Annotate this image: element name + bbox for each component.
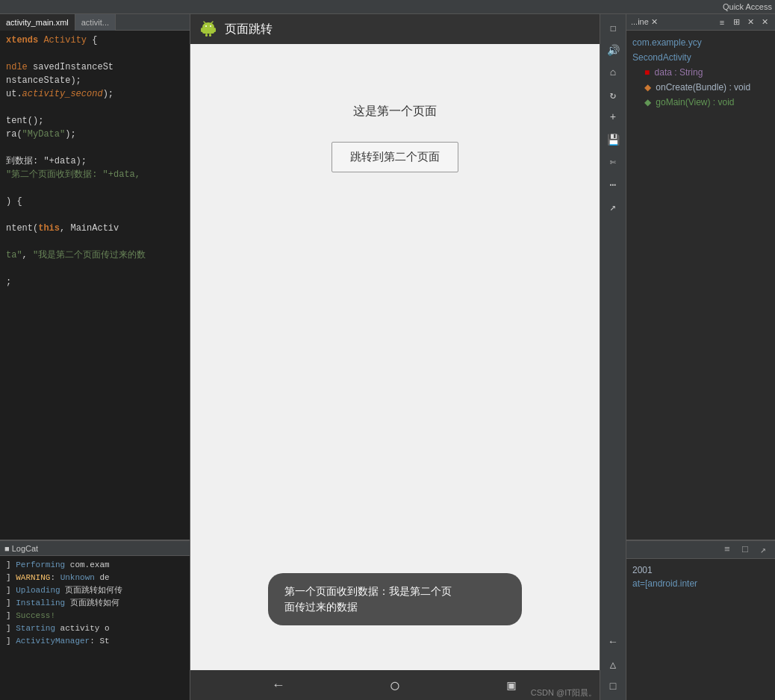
outline-package: com.example.ycy	[632, 35, 769, 50]
android-content: 这是第一个页面 跳转到第二个页面 第一个页面收到数据：我是第二个页面传过来的数据	[190, 44, 600, 670]
sidebar-btn-3[interactable]: ⌂	[603, 62, 623, 83]
svg-point-1	[205, 25, 207, 27]
bottom-right-toolbar: ≡ □ ↗	[626, 541, 775, 559]
br-btn-2[interactable]: □	[738, 543, 753, 557]
tab-bar: activity_main.xml activit...	[0, 14, 190, 31]
code-editor: xtends Activity { ndle savedInstanceSt n…	[0, 31, 190, 540]
code-line	[6, 235, 184, 249]
code-line: tent();	[6, 114, 184, 128]
code-line: ;	[6, 275, 184, 289]
toast-message: 第一个页面收到数据：我是第二个页面传过来的数据	[268, 573, 522, 625]
android-logo-icon	[199, 20, 217, 38]
sidebar-btn-add[interactable]: +	[603, 107, 623, 128]
outline-filter-btn[interactable]: ✕	[759, 16, 771, 28]
svg-line-4	[211, 22, 213, 23]
android-main-text: 这是第一个页面	[353, 104, 437, 119]
bottom-right-content: 2001 at=[android.inter	[626, 559, 775, 700]
outline-panel: ...ine ✕ ≡ ⊞ ✕ ✕ com.example.ycy SecondA…	[626, 14, 775, 700]
svg-rect-5	[202, 28, 214, 34]
code-line	[6, 262, 184, 275]
recent-nav-button[interactable]: ▣	[500, 674, 523, 696]
code-line: ) {	[6, 195, 184, 208]
svg-rect-7	[214, 28, 216, 32]
outline-toolbar: ≡ ⊞ ✕ ✕	[716, 16, 771, 28]
logcat-content: ] Performing com.exam ] WARNING: Unknown…	[0, 556, 190, 700]
sidebar-btn-speaker[interactable]: 🔊	[603, 40, 623, 60]
code-line	[6, 181, 184, 195]
br-btn-1[interactable]: ≡	[720, 543, 735, 557]
orange-diamond-icon: ◆	[644, 82, 651, 93]
outline-expand-btn[interactable]: ⊞	[730, 16, 742, 28]
svg-rect-6	[201, 28, 203, 32]
outline-field-data: ■ data : String	[632, 65, 769, 80]
code-line: ndle savedInstanceSt	[6, 60, 184, 74]
watermark: CSDN @IT阳晨。	[528, 686, 600, 700]
tab-activity-main[interactable]: activity_main.xml	[0, 14, 75, 31]
outline-method-oncreate: ◆ onCreate(Bundle) : void	[632, 80, 769, 95]
android-titlebar: 页面跳转	[190, 14, 600, 44]
outline-collapse-btn[interactable]: ≡	[716, 16, 728, 28]
android-page-title: 页面跳转	[225, 22, 273, 37]
log-line: ] Performing com.exam	[6, 559, 184, 572]
sidebar-btn-scissors[interactable]: ✄	[603, 151, 623, 172]
sidebar-btn-rotate[interactable]: ↻	[603, 84, 623, 105]
code-line	[6, 208, 184, 222]
jump-to-second-page-button[interactable]: 跳转到第二个页面	[332, 142, 458, 172]
code-line: ta", "我是第二个页面传过来的数	[6, 249, 184, 262]
log-line: ] WARNING: Unknown de	[6, 572, 184, 584]
code-line: ut.activity_second);	[6, 87, 184, 101]
sidebar-btn-recent[interactable]: □	[603, 676, 623, 697]
svg-rect-9	[209, 34, 211, 37]
outline-class: SecondActivity	[632, 50, 769, 65]
red-dot-icon: ■	[644, 67, 650, 78]
sidebar-btn-dots[interactable]: ⋯	[603, 174, 623, 195]
home-nav-button[interactable]: ◯	[384, 674, 406, 696]
outline-method-gomain: ◆ goMain(View) : void	[632, 95, 769, 110]
sidebar-btn-1[interactable]: ☐	[603, 17, 623, 38]
quick-access-label: Quick Access	[723, 2, 772, 11]
log-line: ] Installing 页面跳转如何	[6, 597, 184, 610]
code-line: ra("MyData");	[6, 128, 184, 141]
logcat-title: ■ LogCat	[4, 544, 38, 553]
code-line: ntent(this, MainActiv	[6, 222, 184, 235]
sidebar-btn-external[interactable]: ↗	[603, 196, 623, 217]
tab-activity-second[interactable]: activit...	[75, 14, 116, 31]
sidebar-btn-back[interactable]: ←	[603, 631, 623, 652]
log-line: ] ActivityManager: St	[6, 635, 184, 648]
bottom-right-panel: ≡ □ ↗ 2001 at=[android.inter	[626, 540, 775, 700]
br-line-1: 2001	[632, 563, 769, 577]
outline-sort-btn[interactable]: ✕	[744, 16, 756, 28]
back-nav-button[interactable]: ←	[267, 674, 290, 696]
toast-text: 第一个页面收到数据：我是第二个页面传过来的数据	[284, 585, 452, 613]
code-line: nstanceState);	[6, 74, 184, 87]
svg-line-3	[204, 22, 205, 23]
logcat-header: ■ LogCat	[0, 541, 190, 556]
br-btn-3[interactable]: ↗	[756, 543, 771, 557]
code-line: "第二个页面收到数据: "+data,	[6, 168, 184, 181]
outline-header: ...ine ✕ ≡ ⊞ ✕ ✕	[626, 14, 775, 31]
svg-rect-8	[205, 34, 208, 37]
logcat-panel: ■ LogCat ] Performing com.exam ] WARNING…	[0, 540, 190, 700]
log-line: ] Starting activity o	[6, 622, 184, 635]
code-panel: activity_main.xml activit... xtends Acti…	[0, 14, 190, 700]
sidebar-btn-save[interactable]: 💾	[603, 129, 623, 150]
outline-content: com.example.ycy SecondActivity ■ data : …	[626, 31, 775, 540]
log-line: ] Success!	[6, 610, 184, 622]
code-line	[6, 47, 184, 60]
br-line-2: at=[android.inter	[632, 577, 769, 590]
outline-title: ...ine ✕	[631, 17, 658, 27]
emulator-panel: 页面跳转 这是第一个页面 跳转到第二个页面 第一个页面收到数据：我是第二个页面传…	[190, 14, 600, 700]
main-layout: activity_main.xml activit... xtends Acti…	[0, 14, 775, 700]
code-line	[6, 141, 184, 154]
code-line	[6, 101, 184, 114]
top-bar: Quick Access	[0, 0, 775, 14]
right-sidebar: ☐ 🔊 ⌂ ↻ + 💾 ✄ ⋯ ↗ ← △ □	[600, 14, 626, 700]
green-diamond-icon: ◆	[644, 97, 651, 107]
svg-point-2	[210, 25, 211, 27]
code-line: xtends Activity {	[6, 34, 184, 47]
code-line: 到数据: "+data);	[6, 154, 184, 168]
sidebar-btn-home[interactable]: △	[603, 654, 623, 675]
log-line: ] Uploading 页面跳转如何传	[6, 584, 184, 597]
